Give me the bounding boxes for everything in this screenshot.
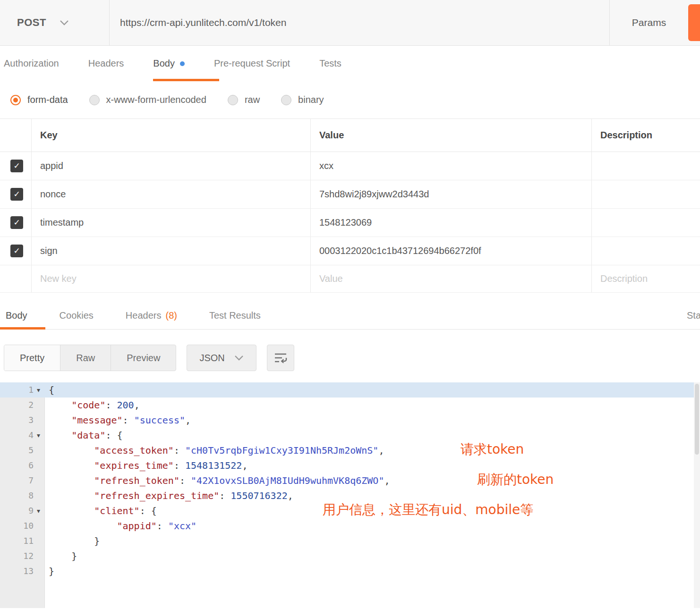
request-tab-label: Headers: [88, 58, 124, 69]
code-token: }: [49, 566, 54, 577]
url-input[interactable]: https://crm-api.yunlitech.com/v1/token: [110, 0, 610, 45]
scrollbar-thumb[interactable]: [695, 384, 699, 455]
code-token: [49, 414, 71, 426]
key-cell[interactable]: timestamp: [31, 209, 310, 237]
response-tab-body[interactable]: Body: [4, 302, 29, 329]
fold-toggle-icon[interactable]: ▾: [35, 382, 42, 398]
radio-icon: [228, 95, 238, 105]
body-mode-form-data[interactable]: form-data: [10, 94, 68, 105]
code-text: "refresh_expires_time": 1550716322,: [45, 488, 293, 503]
checkbox-cell: ✓: [0, 180, 31, 208]
gutter-cell: 5▾: [0, 443, 45, 458]
body-mode-binary[interactable]: binary: [281, 94, 324, 105]
view-mode-pretty[interactable]: Pretty: [4, 345, 60, 371]
params-button[interactable]: Params: [610, 0, 688, 45]
checkbox-cell: [0, 265, 31, 292]
new-description-input[interactable]: Description: [591, 265, 700, 292]
checkbox-cell: ✓: [0, 237, 31, 265]
code-token: [49, 430, 71, 441]
annotation-text: 请求token: [461, 442, 524, 457]
code-token: "success": [134, 414, 185, 426]
description-cell[interactable]: [591, 209, 700, 237]
row-checkbox[interactable]: ✓: [10, 160, 23, 172]
gutter-cell: 12▾: [0, 549, 45, 564]
code-token: ,: [134, 399, 140, 411]
response-tab-label: Headers: [126, 310, 162, 321]
key-cell[interactable]: nonce: [31, 180, 310, 208]
body-mode-raw[interactable]: raw: [228, 94, 260, 105]
wrap-lines-button[interactable]: [267, 345, 294, 371]
description-cell[interactable]: [591, 152, 700, 180]
response-tab-test-results[interactable]: Test Results: [207, 302, 263, 329]
code-text: "refresh_token": "42X1ovxSLB0AjM8IUdH9wu…: [45, 473, 390, 488]
scrollbar-track[interactable]: [694, 382, 700, 608]
value-cell[interactable]: xcx: [310, 152, 591, 180]
request-tab-body[interactable]: Body: [153, 46, 185, 81]
row-checkbox[interactable]: ✓: [10, 188, 23, 201]
code-token: "access_token": [94, 445, 174, 456]
fold-toggle-icon[interactable]: ▾: [35, 428, 42, 443]
table-header-row: KeyValueDescription: [0, 119, 700, 152]
request-tab-authorization[interactable]: Authorization: [4, 46, 59, 81]
body-mode-x-www-form-urlencoded[interactable]: x-www-form-urlencoded: [89, 94, 206, 105]
code-token: "message": [71, 414, 122, 426]
request-tab-headers[interactable]: Headers: [88, 46, 124, 81]
code-text: }: [45, 564, 54, 579]
line-number: 10: [23, 518, 34, 533]
code-token: [49, 535, 94, 547]
line-number: 7: [28, 473, 34, 488]
description-cell[interactable]: [591, 180, 700, 208]
code-token: ,: [185, 414, 191, 426]
value-cell[interactable]: 0003122020c1c1b43712694b66272f0f: [310, 237, 591, 265]
view-mode-raw[interactable]: Raw: [60, 345, 111, 371]
code-token: 1550716322: [230, 490, 287, 501]
value-cell[interactable]: 1548123069: [310, 209, 591, 237]
format-select[interactable]: JSON: [187, 345, 256, 371]
row-checkbox[interactable]: ✓: [10, 245, 23, 257]
new-key-input[interactable]: New key: [31, 265, 310, 292]
new-row: New keyValueDescription: [0, 265, 700, 293]
request-tab-label: Authorization: [4, 58, 59, 69]
code-token: }: [71, 550, 77, 562]
gutter-cell: 11▾: [0, 533, 45, 549]
row-checkbox[interactable]: ✓: [10, 216, 23, 229]
key-cell[interactable]: sign: [31, 237, 310, 265]
code-token: : {: [140, 505, 157, 516]
response-tab-cookies[interactable]: Cookies: [58, 302, 95, 329]
annotation-text: 刷新的token: [477, 472, 554, 487]
code-token: "data": [71, 430, 105, 441]
code-token: [49, 490, 94, 501]
send-button-partial[interactable]: [688, 4, 700, 41]
chevron-down-icon: [60, 20, 69, 25]
key-cell[interactable]: appid: [31, 152, 310, 180]
code-token: "xcx": [168, 520, 196, 532]
line-number: 13: [23, 564, 34, 579]
response-json: 1▾{2▾ "code": 200,3▾ "message": "success…: [0, 382, 700, 579]
line-number: 6: [28, 458, 34, 473]
description-cell[interactable]: [591, 237, 700, 265]
request-tab-label: Pre-request Script: [214, 58, 290, 69]
code-token: [49, 399, 71, 411]
response-tab-headers[interactable]: Headers(8): [124, 302, 179, 329]
method-select[interactable]: POST: [0, 0, 110, 45]
code-text: }: [45, 549, 77, 564]
request-tabs: AuthorizationHeadersBodyPre-request Scri…: [0, 46, 700, 81]
code-text: "code": 200,: [45, 398, 140, 413]
new-value-input[interactable]: Value: [310, 265, 591, 292]
request-tab-pre-request-script[interactable]: Pre-request Script: [214, 46, 290, 81]
request-tab-label: Body: [153, 58, 175, 69]
radio-icon: [281, 95, 291, 105]
gutter-cell: 1▾: [0, 382, 45, 398]
value-cell[interactable]: 7shd8wi2j89xjww2d3443d: [310, 180, 591, 208]
fold-toggle-icon[interactable]: ▾: [35, 503, 42, 518]
gutter-cell: 2▾: [0, 398, 45, 413]
line-number: 5: [28, 443, 34, 458]
view-mode-switch: PrettyRawPreview: [4, 345, 176, 371]
view-mode-preview[interactable]: Preview: [111, 345, 176, 371]
line-number: 1: [28, 382, 34, 398]
request-tab-tests[interactable]: Tests: [319, 46, 341, 81]
body-mode-label: binary: [298, 94, 324, 105]
code-token: ,: [288, 490, 293, 501]
request-tab-label: Tests: [319, 58, 341, 69]
code-line: 13▾}: [0, 564, 700, 579]
